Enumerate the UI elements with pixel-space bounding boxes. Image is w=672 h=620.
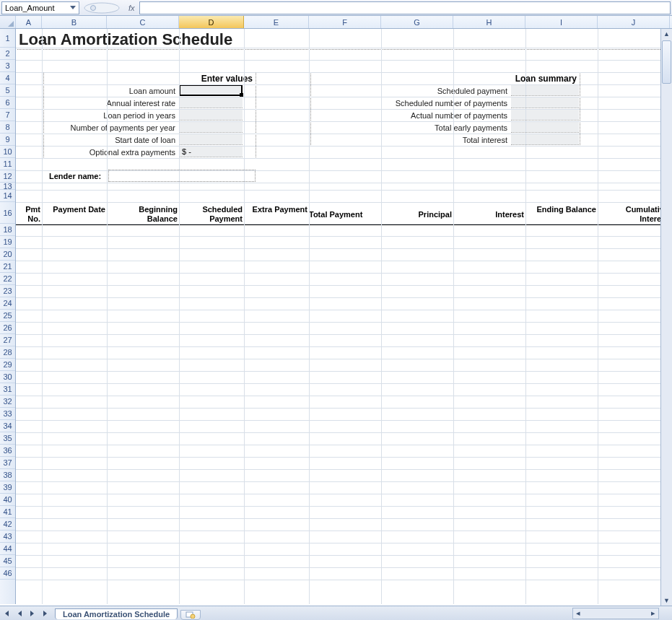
value-actual-number — [511, 110, 579, 121]
col-header-D[interactable]: D — [179, 16, 244, 28]
row-header-31[interactable]: 31 — [0, 383, 15, 396]
row-header-21[interactable]: 21 — [0, 261, 15, 273]
scroll-left-icon[interactable]: ◂ — [573, 608, 583, 618]
row-header-5[interactable]: 5 — [0, 84, 15, 97]
label-actual-number: Actual number of payments — [310, 111, 510, 120]
row-header-6[interactable]: 6 — [0, 97, 15, 109]
scroll-down-icon[interactable]: ▼ — [661, 595, 672, 606]
row-header-26[interactable]: 26 — [0, 322, 15, 334]
row-header-30[interactable]: 30 — [0, 371, 15, 383]
input-annual-interest[interactable] — [179, 97, 243, 108]
page-title: Loan Amortization Schedule — [19, 30, 232, 49]
row-header-41[interactable]: 41 — [0, 506, 15, 518]
column-headers: A B C D E F G H I J — [0, 16, 672, 29]
label-annual-interest: Annual interest rate — [45, 99, 178, 108]
col-header-A[interactable]: A — [16, 16, 42, 28]
row-header-22[interactable]: 22 — [0, 273, 15, 285]
name-box[interactable]: Loan_Amount — [1, 1, 79, 14]
scroll-right-icon[interactable]: ▸ — [648, 608, 658, 618]
name-box-dropdown-icon[interactable] — [70, 6, 76, 9]
th-payment-date: Payment Date — [42, 205, 105, 214]
row-header-14[interactable]: 14 — [0, 190, 15, 202]
cancel-enter-controls — [82, 1, 121, 14]
row-header-42[interactable]: 42 — [0, 518, 15, 531]
col-header-G[interactable]: G — [381, 16, 453, 28]
row-header-7[interactable]: 7 — [0, 109, 15, 121]
col-header-C[interactable]: C — [107, 16, 179, 28]
label-loan-period: Loan period in years — [45, 111, 178, 120]
spreadsheet-cells[interactable]: Loan Amortization Schedule Enter values … — [16, 29, 672, 604]
th-beginning-balance: Beginning Balance — [107, 205, 178, 224]
th-principal: Principal — [381, 210, 452, 219]
row-header-3[interactable]: 3 — [0, 60, 15, 72]
row-header-18[interactable]: 18 — [0, 224, 15, 236]
label-scheduled-payment: Scheduled payment — [310, 87, 510, 95]
row-header-11[interactable]: 11 — [0, 158, 15, 170]
row-header-2[interactable]: 2 — [0, 48, 15, 60]
label-scheduled-number: Scheduled number of payments — [310, 99, 510, 108]
row-header-4[interactable]: 4 — [0, 72, 15, 84]
row-header-34[interactable]: 34 — [0, 420, 15, 432]
row-header-25[interactable]: 25 — [0, 310, 15, 322]
sheet-tab-active[interactable]: Loan Amortization Schedule — [55, 608, 178, 619]
prev-sheet-icon[interactable] — [14, 608, 25, 619]
formula-input[interactable] — [139, 1, 671, 14]
row-header-8[interactable]: 8 — [0, 121, 15, 134]
select-all-corner[interactable] — [0, 16, 16, 28]
row-header-23[interactable]: 23 — [0, 285, 15, 297]
row-header-37[interactable]: 37 — [0, 457, 15, 469]
row-header-32[interactable]: 32 — [0, 396, 15, 408]
row-header-12[interactable]: 12 — [0, 170, 15, 183]
row-header-46[interactable]: 46 — [0, 567, 15, 580]
row-header-40[interactable]: 40 — [0, 494, 15, 506]
col-header-I[interactable]: I — [525, 16, 598, 28]
row-header-39[interactable]: 39 — [0, 481, 15, 494]
vertical-scrollbar[interactable]: ▲ ▼ — [660, 29, 672, 606]
row-header-43[interactable]: 43 — [0, 531, 15, 543]
row-header-10[interactable]: 10 — [0, 146, 15, 158]
row-header-38[interactable]: 38 — [0, 469, 15, 481]
col-header-E[interactable]: E — [244, 16, 309, 28]
row-header-28[interactable]: 28 — [0, 346, 15, 359]
svg-point-3 — [191, 614, 195, 619]
name-box-value: Loan_Amount — [5, 4, 55, 12]
vscroll-thumb[interactable] — [662, 40, 671, 84]
col-header-J[interactable]: J — [598, 16, 670, 28]
row-header-1[interactable]: 1 — [0, 29, 15, 48]
row-header-45[interactable]: 45 — [0, 555, 15, 567]
new-sheet-button[interactable] — [180, 610, 201, 620]
label-extra-payments: Optional extra payments — [45, 148, 178, 157]
fx-icon[interactable]: fx — [128, 4, 135, 12]
next-sheet-icon[interactable] — [27, 608, 38, 619]
label-loan-amount: Loan amount — [45, 87, 178, 95]
row-header-16[interactable]: 16 — [0, 202, 15, 224]
row-header-13[interactable]: 13 — [0, 183, 15, 190]
scroll-up-icon[interactable]: ▲ — [661, 29, 672, 39]
input-loan-period[interactable] — [179, 110, 243, 121]
row-header-20[interactable]: 20 — [0, 248, 15, 261]
input-extra-payments[interactable]: $ - — [179, 147, 243, 157]
row-header-19[interactable]: 19 — [0, 236, 15, 248]
row-headers: 1234567891011121314161819202122232425262… — [0, 29, 16, 604]
th-pmt-no: Pmt No. — [16, 205, 40, 224]
input-start-date[interactable] — [179, 134, 243, 145]
horizontal-scrollbar[interactable]: ◂ ▸ — [572, 608, 659, 619]
row-header-35[interactable]: 35 — [0, 432, 15, 445]
input-payments-per-year[interactable] — [179, 122, 243, 133]
row-header-44[interactable]: 44 — [0, 543, 15, 555]
table-header-border — [16, 224, 672, 225]
row-header-24[interactable]: 24 — [0, 297, 15, 310]
row-header-36[interactable]: 36 — [0, 445, 15, 457]
value-total-interest — [511, 134, 579, 145]
row-header-27[interactable]: 27 — [0, 334, 15, 346]
input-lender-name[interactable] — [108, 170, 256, 182]
input-loan-amount[interactable] — [179, 84, 243, 96]
col-header-B[interactable]: B — [42, 16, 107, 28]
row-header-9[interactable]: 9 — [0, 134, 15, 146]
row-header-33[interactable]: 33 — [0, 408, 15, 420]
col-header-F[interactable]: F — [309, 16, 381, 28]
col-header-H[interactable]: H — [453, 16, 525, 28]
first-sheet-icon[interactable] — [1, 608, 12, 619]
row-header-29[interactable]: 29 — [0, 359, 15, 371]
last-sheet-icon[interactable] — [40, 608, 51, 619]
